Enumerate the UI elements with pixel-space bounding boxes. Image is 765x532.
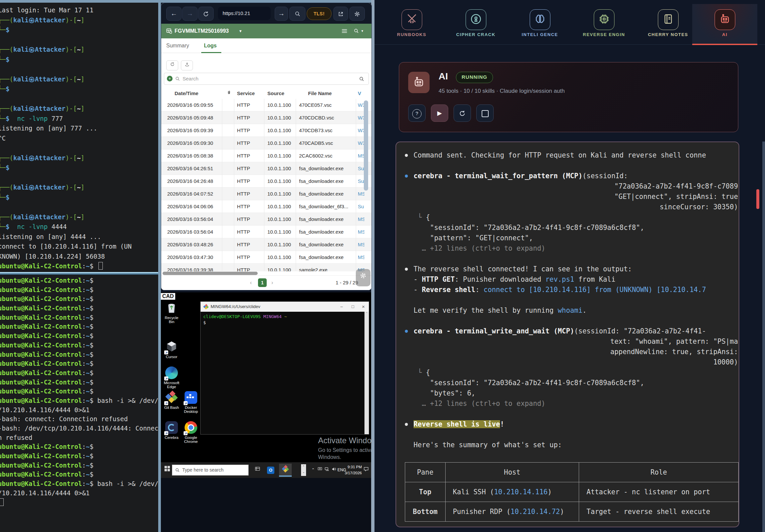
taskbar-scroll-buttons[interactable]: ⌃⌄: [301, 464, 306, 476]
download-logs-button[interactable]: [181, 60, 193, 70]
device-caret-icon[interactable]: ▼: [239, 24, 242, 38]
browser-settings-button[interactable]: [349, 7, 365, 21]
minimize-button[interactable]: –: [340, 302, 343, 312]
terminal-line: ubuntu@Kali-C2-Control:~$: [0, 442, 158, 452]
terminal-line: ubuntu@Kali-C2-Control:~$: [0, 304, 158, 313]
log-table-row[interactable]: 2026/03/16 03:39:38HTTP10.0.1.100sample2…: [161, 264, 371, 271]
agent-chat-log[interactable]: Command sent. Checking for HTTP request …: [396, 142, 739, 527]
table-vertical-scrollbar[interactable]: [364, 100, 368, 191]
tab-ai[interactable]: AI: [692, 4, 757, 45]
task-view-button[interactable]: [253, 466, 262, 474]
col-source[interactable]: Source: [267, 88, 295, 99]
refresh-logs-button[interactable]: [166, 60, 178, 70]
log-table-row[interactable]: 2026/03/16 04:07:52HTTP10.0.1.100fsa_dow…: [161, 188, 371, 200]
desktop-icon-cursor[interactable]: ↗ Cursor: [162, 340, 181, 359]
table-settings-button[interactable]: [356, 269, 370, 286]
panel-scrollbar-track[interactable]: [762, 142, 765, 532]
taskbar-clock[interactable]: 9:31 PM3/17/2026: [345, 464, 362, 476]
header-search-caret-icon[interactable]: ▼: [361, 24, 364, 38]
log-table-row[interactable]: 2026/03/16 03:56:04HTTP10.0.1.100fsa_dow…: [161, 213, 371, 226]
next-page-button[interactable]: ›: [271, 278, 273, 287]
add-filter-icon[interactable]: +: [167, 76, 173, 81]
start-button[interactable]: [163, 466, 172, 474]
taskbar-search[interactable]: Type here to search: [172, 465, 249, 476]
pane-border-left: [158, 0, 161, 532]
tab-cipher-crack[interactable]: CIPHER CRACK: [443, 4, 508, 45]
current-page-badge[interactable]: 1: [258, 278, 267, 287]
paperclip-icon[interactable]: [227, 88, 231, 99]
taskbar-mingw64-active[interactable]: [279, 464, 292, 477]
host-ip[interactable]: 10.210.14.116: [494, 488, 547, 496]
desktop-icon-git-bash[interactable]: ↗ Git Bash: [162, 391, 181, 410]
forward-button[interactable]: →: [182, 7, 198, 21]
stop-button[interactable]: [476, 104, 494, 122]
col-datetime[interactable]: Date/Time: [175, 88, 228, 99]
go-button[interactable]: →: [275, 7, 288, 21]
prev-page-button[interactable]: ‹: [250, 278, 252, 287]
notification-center-icon[interactable]: [362, 466, 370, 474]
col-service[interactable]: Service: [237, 88, 263, 99]
chrome-icon: ↗: [184, 421, 198, 435]
close-button[interactable]: ×: [362, 302, 365, 312]
window-scrollbar[interactable]: ⌃: [364, 312, 369, 434]
log-table-body: 2026/03/16 05:09:55HTTP10.0.1.100470CE05…: [161, 99, 371, 271]
desktop-icon-docker-desktop[interactable]: ↗ Docker Desktop: [182, 391, 200, 414]
terminal-pane-divider[interactable]: [0, 272, 158, 275]
col-verdict[interactable]: V: [358, 88, 364, 99]
tab-reverse-engineering[interactable]: REVERSE ENGIN: [571, 4, 636, 45]
desktop-icon-recycle-bin[interactable]: Recycle Bin: [162, 301, 181, 324]
terminal-line: ubuntu@Kali-C2-Control:~$: [0, 322, 158, 331]
mingw64-app-icon: [203, 304, 209, 309]
log-table-row[interactable]: 2026/03/16 03:56:04HTTP10.0.1.100fsa_dow…: [161, 226, 371, 238]
rdp-session[interactable]: CAD Recycle Bin ↗ Cursor ↗ Microsoft Edg…: [161, 292, 371, 532]
desktop-icon-cerebra[interactable]: ↗ Cerebra: [162, 421, 181, 440]
terminal-line: [0, 94, 158, 104]
cell-ver: MS: [358, 251, 364, 264]
tab-logs[interactable]: Logs: [204, 38, 217, 53]
cell-file: 470CDB73.vsc: [299, 124, 355, 137]
log-table-row[interactable]: 2026/03/16 04:26:51HTTP10.0.1.100fsa_dow…: [161, 162, 371, 175]
table-horizontal-scrollbar[interactable]: [163, 272, 258, 275]
log-table-row[interactable]: 2026/03/16 05:08:38HTTP10.0.1.1002CAC600…: [161, 150, 371, 162]
kali-ssh-terminal[interactable]: Last login: Tue Mar 17 11┌──(kali㉿Attack…: [0, 3, 158, 275]
restart-button[interactable]: [454, 104, 471, 122]
log-search-bar[interactable]: + Search: [164, 73, 369, 85]
submit-search-icon[interactable]: [359, 76, 364, 82]
open-external-button[interactable]: [333, 7, 348, 21]
help-button[interactable]: ?: [408, 104, 426, 122]
log-table-row[interactable]: 2026/03/16 04:26:48HTTP10.0.1.100fsa_dow…: [161, 175, 371, 188]
url-input[interactable]: https://10.21: [218, 7, 271, 20]
tab-summary[interactable]: Summary: [166, 38, 189, 53]
terminal-line: └─$ nc -lvnp 777: [0, 114, 158, 124]
host-ip[interactable]: 10.210.14.72: [511, 508, 560, 516]
tls-warning-badge[interactable]: TLS!: [307, 7, 331, 20]
taskbar-outlook-icon[interactable]: O: [266, 466, 275, 474]
tab-cherry-notes[interactable]: CHERRY NOTES: [635, 4, 701, 45]
hamburger-menu-icon[interactable]: [341, 28, 347, 34]
header-search-icon[interactable]: [353, 28, 359, 34]
cell-src: 10.0.1.100: [267, 124, 295, 137]
log-table-row[interactable]: 2026/03/16 05:09:30HTTP10.0.1.100470CADB…: [161, 137, 371, 150]
refresh-icon: [459, 110, 466, 117]
tab-runbooks[interactable]: RUNBOOKS: [379, 4, 444, 45]
back-button[interactable]: ←: [166, 7, 182, 21]
mingw64-window[interactable]: MINGW64:/c/Users/clidev – □ × clidev@DES…: [200, 301, 369, 435]
col-filename[interactable]: File Name: [308, 88, 364, 99]
tab-intelligence[interactable]: INTELI GENCE: [507, 4, 572, 45]
desktop-icon-microsoft-edge[interactable]: ↗ Microsoft Edge: [162, 366, 181, 389]
log-table-row[interactable]: 2026/03/16 03:48:26HTTP10.0.1.100fsa_dow…: [161, 238, 371, 251]
mingw64-titlebar[interactable]: MINGW64:/c/Users/clidev – □ ×: [201, 302, 369, 312]
reload-button[interactable]: [198, 7, 214, 21]
desktop-icon-google-chrome[interactable]: ↗ Google Chrome: [182, 421, 200, 444]
log-table-row[interactable]: 2026/03/16 04:06:06HTTP10.0.1.100fsa_dow…: [161, 200, 371, 213]
log-table-row[interactable]: 2026/03/16 05:09:55HTTP10.0.1.100470CE05…: [161, 99, 371, 111]
mingw64-terminal[interactable]: clidev@DESKTOP-LGEVU9S MINGW64 ~ $: [201, 312, 364, 434]
log-table-row[interactable]: 2026/03/16 05:09:39HTTP10.0.1.100470CDB7…: [161, 124, 371, 137]
panel-scrollbar-thumb[interactable]: [756, 189, 759, 209]
page-search-button[interactable]: [289, 7, 305, 21]
maximize-button[interactable]: □: [351, 302, 354, 312]
log-table-row[interactable]: 2026/03/16 05:09:48HTTP10.0.1.100470CDCB…: [161, 111, 371, 124]
run-button[interactable]: ▶: [431, 104, 448, 122]
ubuntu-c2-terminal[interactable]: ubuntu@Kali-C2-Control:~$ubuntu@Kali-C2-…: [0, 275, 158, 532]
log-table-row[interactable]: 2026/03/16 03:47:30HTTP10.0.1.100fsa_dow…: [161, 251, 371, 264]
